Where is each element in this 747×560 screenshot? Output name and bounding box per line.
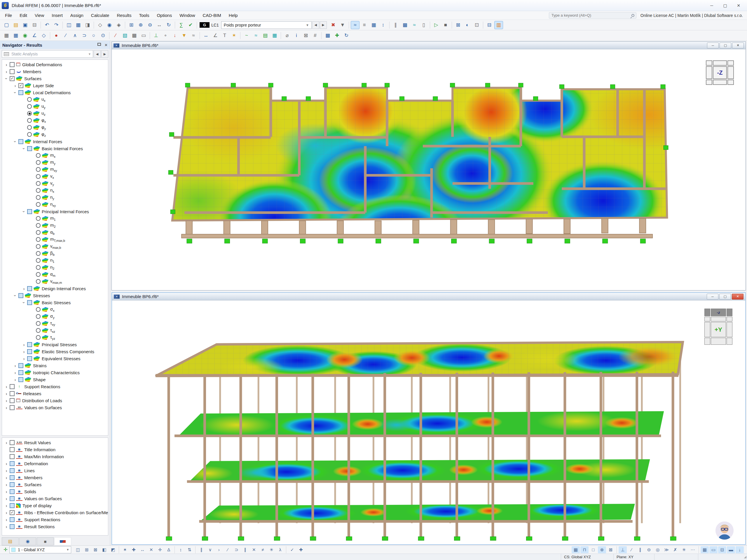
panels-icon[interactable]: ◨ bbox=[83, 21, 92, 29]
checkbox[interactable] bbox=[10, 482, 15, 487]
tree-item[interactable]: ux bbox=[2, 96, 108, 103]
line2-icon[interactable]: ∕ bbox=[224, 546, 232, 553]
result-table-icon[interactable]: ▦ bbox=[270, 31, 279, 40]
tree-item[interactable]: n2 bbox=[2, 264, 108, 271]
expander-icon[interactable]: › bbox=[13, 293, 18, 298]
view-angle-icon[interactable]: ∆ bbox=[164, 546, 173, 553]
node-tool-icon[interactable]: ● bbox=[52, 31, 61, 40]
tree-item[interactable]: uy bbox=[2, 103, 108, 110]
expander-icon[interactable]: › bbox=[4, 62, 9, 67]
next-load-case-button[interactable]: ▶ bbox=[320, 21, 327, 29]
checkbox[interactable] bbox=[10, 524, 15, 529]
menu-item-help[interactable]: Help bbox=[225, 12, 241, 19]
tree-item[interactable]: n1 bbox=[2, 257, 108, 264]
tree-item[interactable]: nxy bbox=[2, 201, 108, 208]
render-mode-icon[interactable]: ◉ bbox=[105, 21, 114, 29]
dimension-icon[interactable]: ↔ bbox=[202, 31, 210, 40]
star-snap-icon[interactable]: ✳ bbox=[680, 546, 688, 553]
tree-item[interactable]: ›Basic Stresses bbox=[2, 299, 108, 306]
camera-icon[interactable]: ■ bbox=[441, 21, 450, 29]
checkbox[interactable] bbox=[10, 468, 15, 473]
tree-item[interactable]: ›Basic Internal Forces bbox=[2, 145, 108, 152]
tree-item[interactable]: mxy bbox=[2, 166, 108, 173]
tree-item[interactable]: vmax,b bbox=[2, 243, 108, 250]
result-diagram-icon[interactable]: ~ bbox=[242, 31, 251, 40]
checkbox[interactable] bbox=[18, 90, 23, 95]
menu-item-edit[interactable]: Edit bbox=[16, 12, 31, 19]
keyword-search-box[interactable] bbox=[549, 12, 637, 19]
coord-system-icon[interactable]: ∠ bbox=[30, 31, 39, 40]
view-cube[interactable]: -z +Y bbox=[704, 309, 732, 347]
menu-item-window[interactable]: Window bbox=[176, 12, 199, 19]
tree-item[interactable]: ›xxValues on Surfaces bbox=[2, 404, 108, 411]
wireframe-icon[interactable]: ◈ bbox=[114, 21, 123, 29]
grid-icon[interactable]: ▦ bbox=[11, 31, 20, 40]
checkbox[interactable] bbox=[10, 69, 15, 74]
mesh-display-icon[interactable]: ▦ bbox=[701, 546, 709, 553]
tree-item[interactable]: ›Principal Internal Forces bbox=[2, 208, 108, 215]
expander-icon[interactable]: › bbox=[21, 356, 27, 361]
pan-icon[interactable]: ↔ bbox=[155, 21, 164, 29]
expander-icon[interactable]: › bbox=[21, 349, 27, 354]
load-case-combo[interactable]: Poids propre porteur ▼ bbox=[221, 21, 312, 29]
viewport2-canvas[interactable]: -z +Y bbox=[112, 300, 745, 544]
menu-item-insert[interactable]: Insert bbox=[48, 12, 67, 19]
viewport1-minimize-button[interactable]: ─ bbox=[707, 43, 719, 48]
menu-item-assign[interactable]: Assign bbox=[67, 12, 87, 19]
expander-icon[interactable]: › bbox=[21, 342, 27, 347]
tree-item[interactable]: ◉Max/Min Information bbox=[2, 453, 108, 460]
expander-icon[interactable]: › bbox=[12, 83, 18, 88]
panel-tab-display[interactable]: ◉ bbox=[19, 537, 36, 545]
checkbox[interactable] bbox=[10, 461, 15, 466]
attach-icon[interactable]: ✚ bbox=[297, 546, 305, 553]
checkbox[interactable] bbox=[10, 447, 15, 452]
edit-entity-icon[interactable]: ✚ bbox=[130, 546, 138, 553]
grid-snap-icon[interactable]: ▦ bbox=[572, 546, 580, 553]
chart-icon[interactable]: ▤ bbox=[261, 31, 269, 40]
select-info-icon[interactable]: ✓ bbox=[288, 546, 296, 553]
result-values-toggle-icon[interactable]: ≡ bbox=[360, 21, 369, 29]
tree-item[interactable]: αb bbox=[2, 229, 108, 236]
checkbox[interactable] bbox=[27, 300, 32, 305]
tree-item[interactable]: ›◉Members bbox=[2, 474, 108, 481]
redo-icon[interactable]: ↷ bbox=[52, 21, 61, 29]
menu-item-options[interactable]: Options bbox=[153, 12, 176, 19]
expander-icon[interactable]: › bbox=[22, 209, 27, 214]
angle-dimension-icon[interactable]: ∠ bbox=[211, 31, 220, 40]
radio-button[interactable] bbox=[36, 258, 41, 263]
float-panel-icon[interactable] bbox=[98, 43, 101, 46]
text-tool-icon[interactable]: T bbox=[220, 31, 229, 40]
results-deformed-icon[interactable]: ≈ bbox=[351, 21, 360, 29]
guide-snap-icon[interactable]: ≫ bbox=[662, 546, 671, 553]
checkbox[interactable] bbox=[18, 377, 23, 382]
checkbox[interactable] bbox=[10, 454, 15, 459]
isometric-view-icon[interactable]: ⊠ bbox=[91, 546, 100, 553]
tree-item[interactable]: ›◉Result Sections bbox=[2, 523, 108, 530]
calculate-icon[interactable]: ∑ bbox=[177, 21, 186, 29]
tree-item[interactable]: τxz bbox=[2, 327, 108, 334]
tree-item[interactable]: ›✓Surfaces bbox=[2, 75, 108, 82]
angle-snap-icon[interactable]: ✗ bbox=[671, 546, 679, 553]
parallel-lines-icon[interactable]: ∥ bbox=[197, 546, 205, 553]
tree-item[interactable]: vx bbox=[2, 173, 108, 180]
tree-item[interactable]: ›Members bbox=[2, 68, 108, 75]
checkbox[interactable]: ✓ bbox=[18, 83, 23, 88]
radio-button[interactable] bbox=[36, 174, 41, 179]
expander-icon[interactable]: › bbox=[4, 482, 9, 487]
zoom-window-icon[interactable]: ⊞ bbox=[127, 21, 136, 29]
undo-icon[interactable]: ↶ bbox=[43, 21, 51, 29]
result-section-icon[interactable]: ∥ bbox=[391, 21, 400, 29]
pin-view-icon[interactable]: ↓ bbox=[736, 546, 744, 553]
circle-tool-icon[interactable]: ○ bbox=[89, 31, 98, 40]
menu-item-tools[interactable]: Tools bbox=[135, 12, 153, 19]
tree-item[interactable]: φx bbox=[2, 117, 108, 124]
line-tool-icon[interactable]: ∕ bbox=[61, 31, 70, 40]
circle-snap-icon[interactable]: ⊗ bbox=[598, 546, 606, 553]
print-graphic-icon[interactable]: ⊟ bbox=[485, 21, 494, 29]
expander-icon[interactable]: › bbox=[22, 146, 27, 151]
dimension-xx-icon[interactable]: ✕ bbox=[147, 546, 155, 553]
max-min-values-icon[interactable]: ↕ bbox=[379, 21, 387, 29]
tree-item[interactable]: ›◉Values on Surfaces bbox=[2, 495, 108, 502]
radio-button[interactable] bbox=[36, 244, 41, 249]
viewport2-title-bar[interactable]: ✕ Immeuble BP6.rf6* ─ ▢ ✕ bbox=[112, 293, 745, 300]
